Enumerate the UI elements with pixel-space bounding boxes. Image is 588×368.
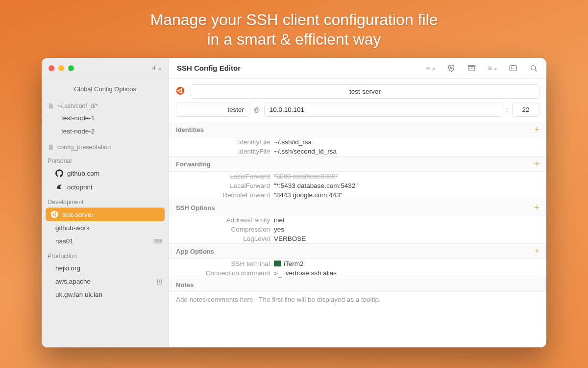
svg-point-16 bbox=[177, 90, 178, 92]
add-identity-button[interactable]: + bbox=[534, 125, 539, 134]
archive-icon[interactable] bbox=[467, 63, 477, 73]
tag-icon: t bbox=[157, 279, 162, 285]
username-input[interactable]: tester bbox=[176, 103, 249, 117]
sidebar-item-test-server[interactable]: test-server bbox=[46, 208, 165, 221]
section-forwarding-header: Forwarding + bbox=[169, 156, 546, 172]
at-separator: @ bbox=[253, 106, 260, 113]
zoom-window-button[interactable] bbox=[68, 65, 74, 71]
notes-textarea[interactable]: Add notes/comments here - The first line… bbox=[169, 292, 546, 307]
terminal-icon[interactable] bbox=[508, 63, 518, 73]
shield-icon[interactable] bbox=[446, 63, 456, 73]
sidebar-group-development: Development bbox=[42, 197, 169, 208]
section-notes-header: Notes bbox=[169, 278, 546, 292]
appoption-row[interactable]: Connection command>_ verbose ssh alias bbox=[169, 268, 546, 278]
titlebar: +⌄ SSH Config Editor ⌄ ⌄ bbox=[42, 58, 546, 79]
sort-menu-button[interactable]: ⌄ bbox=[426, 63, 436, 73]
forwarding-row[interactable]: LocalForward"*:5433 database.com:5432" bbox=[169, 181, 546, 190]
ubuntu-icon bbox=[50, 210, 58, 218]
forwarding-row-disabled[interactable]: LocalForward"8080 localhost:8080" bbox=[169, 172, 546, 181]
sidebar-item-nas01[interactable]: nas01 ⌨ bbox=[42, 235, 169, 248]
sidebar-item-aws-apache[interactable]: aws.apache t bbox=[42, 275, 169, 288]
sidebar-include-header[interactable]: ~/.ssh/conf_d/* bbox=[42, 101, 169, 111]
sidebar-item-test-node-1[interactable]: test-node-1 bbox=[42, 111, 169, 125]
svg-point-6 bbox=[490, 68, 491, 68]
add-host-button[interactable]: +⌄ bbox=[151, 64, 162, 73]
sidebar: Global Config Options ~/.ssh/conf_d/* te… bbox=[42, 79, 169, 347]
sidebar-item-hejki[interactable]: hejki.org bbox=[42, 262, 169, 275]
svg-point-12 bbox=[55, 212, 56, 213]
svg-rect-7 bbox=[510, 65, 516, 71]
section-sshoptions-header: SSH Options + bbox=[169, 200, 546, 215]
sshoption-row[interactable]: AddressFamilyinet bbox=[169, 215, 546, 225]
add-forwarding-button[interactable]: + bbox=[534, 159, 539, 168]
forwarding-row[interactable]: RemoteForward"8443 google.com:443" bbox=[169, 190, 546, 200]
port-input[interactable]: 22 bbox=[512, 103, 539, 117]
github-icon bbox=[55, 169, 63, 177]
sidebar-item-github[interactable]: github.com bbox=[42, 166, 169, 180]
svg-point-17 bbox=[181, 88, 182, 89]
prompt-icon: >_ bbox=[274, 269, 281, 275]
sidebar-item-github-work[interactable]: github-work bbox=[42, 221, 169, 235]
svg-point-5 bbox=[490, 68, 490, 68]
identity-row[interactable]: IdentityFile~/.ssh/id_rsa bbox=[169, 137, 546, 147]
sidebar-group-personal: Personal bbox=[42, 156, 169, 166]
identity-row[interactable]: IdentityFile~/.ssh/second_id_rsa bbox=[169, 147, 546, 156]
svg-point-18 bbox=[181, 92, 182, 94]
app-window: +⌄ SSH Config Editor ⌄ ⌄ bbox=[42, 58, 546, 347]
iterm-icon bbox=[274, 261, 281, 266]
sshoption-row[interactable]: LogLevelVERBOSE bbox=[169, 234, 546, 243]
host-address-input[interactable]: 10.0.10.101 bbox=[264, 103, 503, 117]
hero-tagline: Manage your SSH client configuration fil… bbox=[150, 10, 438, 49]
sidebar-presentation-header[interactable]: config_presentation bbox=[42, 142, 169, 153]
traffic-lights bbox=[49, 65, 74, 71]
svg-point-11 bbox=[51, 214, 53, 215]
sidebar-item-octoprint[interactable]: octoprint bbox=[42, 180, 169, 194]
sidebar-item-test-node-2[interactable]: test-node-2 bbox=[42, 125, 169, 138]
more-menu-button[interactable]: ⌄ bbox=[488, 63, 497, 73]
section-appoptions-header: App Options + bbox=[169, 243, 546, 259]
close-window-button[interactable] bbox=[49, 65, 54, 71]
sshoption-row[interactable]: Compressionyes bbox=[169, 225, 546, 234]
svg-point-0 bbox=[451, 67, 452, 68]
svg-point-8 bbox=[531, 65, 536, 70]
hostname-input[interactable]: test-server bbox=[191, 84, 539, 99]
minimize-window-button[interactable] bbox=[58, 65, 64, 71]
add-sshoption-button[interactable]: + bbox=[534, 203, 539, 212]
svg-point-4 bbox=[489, 68, 490, 68]
search-icon[interactable] bbox=[529, 63, 539, 73]
keyboard-icon: ⌨ bbox=[153, 238, 162, 245]
sidebar-item-uk-gw[interactable]: uk.gw.lan uk.lan bbox=[42, 288, 169, 301]
svg-point-13 bbox=[55, 216, 56, 217]
octoprint-icon bbox=[55, 183, 63, 191]
add-appoption-button[interactable]: + bbox=[534, 247, 539, 256]
appoption-row[interactable]: SSH terminaliTerm2 bbox=[169, 259, 546, 268]
svg-rect-2 bbox=[468, 65, 475, 66]
main-panel: test-server tester @ 10.0.10.101 : 22 Id… bbox=[169, 79, 546, 347]
host-os-icon bbox=[176, 86, 185, 97]
colon-separator: : bbox=[506, 106, 508, 113]
window-title: SSH Config Editor bbox=[177, 64, 241, 72]
global-config-button[interactable]: Global Config Options bbox=[42, 81, 169, 101]
section-identities-header: Identities + bbox=[169, 122, 546, 137]
sidebar-group-production: Production bbox=[42, 251, 169, 262]
